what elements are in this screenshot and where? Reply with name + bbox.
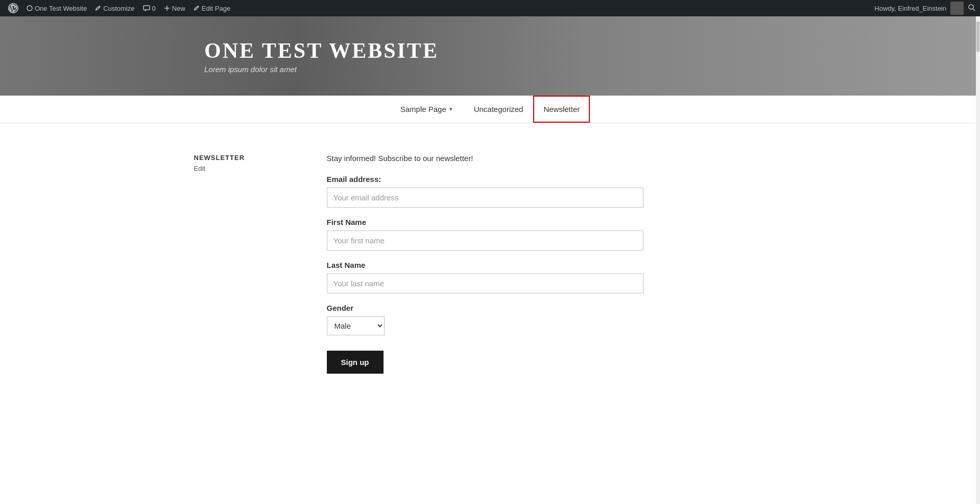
nav-inner: Sample Page ▼ Uncategorized Newsletter <box>390 96 590 123</box>
form-intro-text: Stay informed! Subscribe to our newslett… <box>327 154 684 163</box>
email-input[interactable] <box>327 188 643 208</box>
site-tagline: Lorem ipsum dolor sit amet <box>204 65 439 74</box>
admin-bar-customize[interactable]: Customize <box>91 0 138 16</box>
first-name-input[interactable] <box>327 231 643 250</box>
admin-bar-right: Howdy, Einfred_Einstein <box>874 2 976 15</box>
admin-bar-comments[interactable]: 0 <box>139 0 160 16</box>
admin-bar-user-greeting: Howdy, Einfred_Einstein <box>874 5 946 12</box>
sidebar-column: NEWSLETTER Edit <box>194 154 306 374</box>
admin-bar-customize-label: Customize <box>103 5 134 12</box>
last-name-input[interactable] <box>327 273 643 293</box>
chevron-down-icon: ▼ <box>448 106 453 112</box>
hero-text: ONE TEST WEBSITE Lorem ipsum dolor sit a… <box>204 38 439 74</box>
admin-bar-site-label: One Test Website <box>35 5 87 12</box>
svg-point-2 <box>969 5 973 9</box>
admin-bar-search-icon[interactable] <box>968 4 976 13</box>
scrollbar[interactable] <box>976 16 980 404</box>
last-name-label: Last Name <box>327 261 684 269</box>
scrollbar-thumb <box>976 21 979 52</box>
admin-bar-edit-page[interactable]: Edit Page <box>189 0 234 16</box>
gender-select[interactable]: Male Female Other <box>327 316 385 335</box>
admin-bar-comments-count: 0 <box>152 5 156 12</box>
nav-item-newsletter-label: Newsletter <box>543 105 580 113</box>
site-navigation: Sample Page ▼ Uncategorized Newsletter <box>0 96 980 123</box>
admin-bar: One Test Website Customize 0 New Edit Pa… <box>0 0 980 16</box>
nav-item-uncategorized[interactable]: Uncategorized <box>464 96 534 123</box>
site-hero: ONE TEST WEBSITE Lorem ipsum dolor sit a… <box>0 16 980 96</box>
hero-background <box>0 16 980 96</box>
first-name-label: First Name <box>327 218 684 226</box>
admin-bar-new-label: New <box>172 5 185 12</box>
email-label: Email address: <box>327 175 684 184</box>
admin-bar-wp-logo[interactable] <box>4 0 22 16</box>
newsletter-form-column: Stay informed! Subscribe to our newslett… <box>327 154 684 374</box>
site-title: ONE TEST WEBSITE <box>204 38 439 63</box>
gender-label: Gender <box>327 304 684 312</box>
admin-bar-new[interactable]: New <box>160 0 189 16</box>
nav-item-sample-page-label: Sample Page <box>400 105 446 113</box>
page-content: NEWSLETTER Edit Stay informed! Subscribe… <box>184 123 797 404</box>
svg-point-0 <box>27 6 32 11</box>
nav-item-newsletter[interactable]: Newsletter <box>533 96 590 123</box>
signup-button[interactable]: Sign up <box>327 351 384 374</box>
last-name-form-group: Last Name <box>327 261 684 293</box>
email-form-group: Email address: <box>327 175 684 208</box>
gender-form-group: Gender Male Female Other <box>327 304 684 335</box>
sidebar-widget-title: NEWSLETTER <box>194 154 306 162</box>
svg-rect-1 <box>144 6 150 10</box>
first-name-form-group: First Name <box>327 218 684 250</box>
site-wrapper: ONE TEST WEBSITE Lorem ipsum dolor sit a… <box>0 16 980 404</box>
admin-bar-site[interactable]: One Test Website <box>22 0 91 16</box>
nav-item-uncategorized-label: Uncategorized <box>474 105 523 113</box>
sidebar-edit-link[interactable]: Edit <box>194 165 205 172</box>
admin-bar-avatar[interactable] <box>950 2 964 15</box>
nav-item-sample-page[interactable]: Sample Page ▼ <box>390 96 464 123</box>
admin-bar-edit-page-label: Edit Page <box>202 5 230 12</box>
